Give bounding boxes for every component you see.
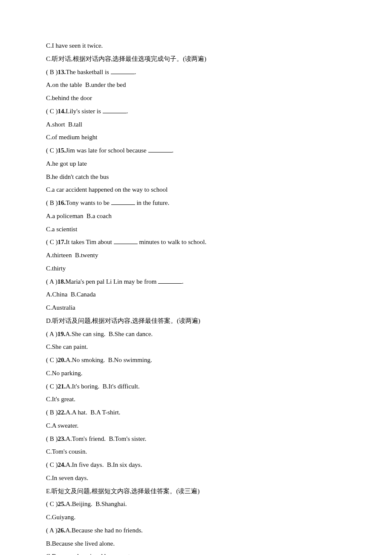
- text-segment: B.Because she lived alone.: [46, 540, 115, 547]
- fill-blank: [103, 107, 127, 113]
- text-segment: C.She can paint.: [46, 343, 88, 350]
- text-line: A.he got up late: [46, 157, 346, 170]
- text-line: A.on the table B.under the bed: [46, 78, 346, 92]
- text-segment: C.It's great.: [46, 396, 75, 403]
- question-number: 23.: [58, 435, 66, 442]
- text-segment: A.China B.Canada: [46, 291, 96, 298]
- text-line: ( B )23.A.Tom's friend. B.Tom's sister.: [46, 432, 346, 446]
- text-segment: C.No parking.: [46, 370, 82, 377]
- text-line: C.Australia: [46, 301, 346, 314]
- text-segment: Jim was late for school because: [66, 147, 148, 154]
- text-line: C.Because she missed her parents.: [46, 550, 346, 555]
- text-segment: C.In seven days.: [46, 474, 88, 481]
- text-segment: C.thirty: [46, 265, 66, 272]
- text-line: C.听对话,根据对话内容,选择最佳选项完成句子。(读两遍): [46, 52, 346, 66]
- text-line: A.a policeman B.a coach: [46, 210, 346, 223]
- fill-blank: [148, 147, 172, 153]
- question-number: 17.: [58, 239, 66, 245]
- text-segment: ( C ): [46, 461, 58, 468]
- text-segment: C.Because she missed her parents.: [46, 553, 134, 555]
- fill-blank: [111, 199, 135, 205]
- text-line: ( B )16.Tony wants to be in the future.: [46, 196, 346, 210]
- text-segment: Tony wants to be: [66, 199, 111, 206]
- text-segment: C.of medium height: [46, 134, 97, 141]
- text-line: A.thirteen B.twenty: [46, 249, 346, 262]
- text-segment: ( C ): [46, 147, 58, 154]
- text-segment: A.thirteen B.twenty: [46, 252, 98, 259]
- text-segment: Lily's sister is: [66, 108, 102, 115]
- text-line: C.A sweater.: [46, 419, 346, 432]
- text-line: D.听对话及问题,根据对话内容,选择最佳答案。(读两遍): [46, 314, 346, 328]
- text-line: C.behind the door: [46, 92, 346, 105]
- text-line: C.a scientist: [46, 223, 346, 236]
- text-segment: A.Beijing. B.Shanghai.: [66, 500, 127, 507]
- text-segment: ( A ): [46, 278, 58, 285]
- question-number: 16.: [58, 199, 66, 206]
- text-segment: A.In five days. B.In six days.: [66, 461, 142, 468]
- text-segment: A.A hat. B.A T-shirt.: [66, 409, 120, 416]
- fill-blank: [114, 238, 138, 244]
- text-segment: B.he didn't catch the bus: [46, 173, 109, 180]
- text-line: C.No parking.: [46, 367, 346, 380]
- text-segment: A.Tom's friend. B.Tom's sister.: [66, 435, 146, 442]
- text-segment: A.short B.tall: [46, 121, 82, 128]
- text-segment: ( B ): [46, 409, 58, 416]
- text-segment: C.I have seen it twice.: [46, 42, 103, 49]
- text-segment: It takes Tim about: [66, 239, 114, 245]
- question-number: 21.: [58, 383, 66, 390]
- text-segment: C.Guiyang.: [46, 514, 75, 520]
- question-number: 25.: [58, 500, 66, 507]
- text-line: ( C )21.A.It's boring. B.It's difficult.: [46, 380, 346, 393]
- text-segment: minutes to walk to school.: [138, 239, 207, 245]
- text-line: ( C )20.A.No smoking. B.No swimming.: [46, 354, 346, 367]
- text-segment: A.a policeman B.a coach: [46, 213, 112, 219]
- text-segment: ( C ): [46, 383, 58, 390]
- question-number: 20.: [58, 357, 66, 363]
- text-line: ( C )25.A.Beijing. B.Shanghai.: [46, 497, 346, 511]
- question-number: 15.: [58, 147, 66, 154]
- text-line: ( A )18.Maria's pen pal Li Lin may be fr…: [46, 275, 346, 288]
- text-segment: A.on the table B.under the bed: [46, 81, 126, 88]
- text-segment: ( B ): [46, 435, 58, 442]
- text-segment: ( A ): [46, 331, 58, 337]
- question-number: 13.: [58, 69, 66, 75]
- text-segment: .: [127, 108, 128, 115]
- text-segment: in the future.: [135, 199, 170, 206]
- text-segment: ( C ): [46, 500, 58, 507]
- text-line: C.I have seen it twice.: [46, 39, 346, 52]
- text-line: A.China B.Canada: [46, 288, 346, 301]
- text-segment: C.A sweater.: [46, 422, 78, 429]
- question-number: 22.: [58, 409, 66, 416]
- text-segment: C.Tom's cousin.: [46, 448, 87, 455]
- text-segment: A.Because she had no friends.: [65, 527, 143, 534]
- question-number: 24.: [58, 461, 66, 468]
- text-segment: C.behind the door: [46, 95, 92, 101]
- text-line: ( A )19.A.She can sing. B.She can dance.: [46, 328, 346, 341]
- text-segment: The basketball is: [66, 69, 110, 75]
- fill-blank: [111, 68, 135, 74]
- text-segment: ( B ): [46, 199, 58, 206]
- text-segment: ( C ): [46, 108, 58, 115]
- text-line: C.She can paint.: [46, 340, 346, 354]
- question-number: 18.: [58, 278, 66, 285]
- text-line: ( C )17.It takes Tim about minutes to wa…: [46, 236, 346, 249]
- text-line: A.short B.tall: [46, 118, 346, 131]
- text-segment: ( B ): [46, 69, 58, 75]
- text-line: C.In seven days.: [46, 472, 346, 485]
- text-line: C.of medium height: [46, 131, 346, 144]
- text-line: C.Guiyang.: [46, 511, 346, 524]
- question-number: 19.: [58, 331, 66, 337]
- question-number: 26.: [58, 527, 66, 534]
- text-line: C.Tom's cousin.: [46, 445, 346, 458]
- text-line: C.a car accident happened on the way to …: [46, 183, 346, 196]
- text-segment: Maria's pen pal Li Lin may be from: [65, 278, 158, 285]
- text-segment: C.听对话,根据对话内容,选择最佳选项完成句子。(读两遍): [46, 55, 206, 62]
- text-segment: A.She can sing. B.She can dance.: [65, 331, 153, 337]
- text-segment: ( C ): [46, 239, 58, 245]
- text-line: ( B )22.A.A hat. B.A T-shirt.: [46, 406, 346, 419]
- text-segment: ( A ): [46, 527, 58, 534]
- text-segment: D.听对话及问题,根据对话内容,选择最佳答案。(读两遍): [46, 317, 200, 324]
- text-line: ( C )15.Jim was late for school because …: [46, 144, 346, 157]
- text-segment: .: [182, 278, 184, 285]
- text-segment: A.he got up late: [46, 160, 87, 167]
